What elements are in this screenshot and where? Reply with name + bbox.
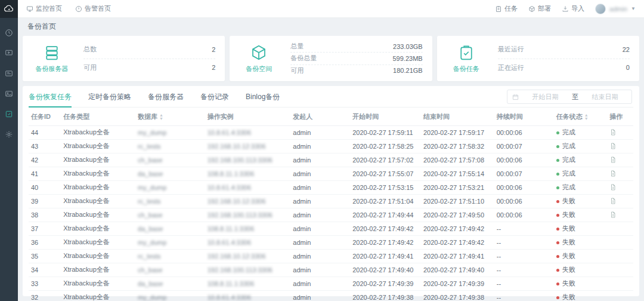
status-badge: 完成 bbox=[562, 142, 575, 149]
status-dot-icon bbox=[556, 159, 559, 162]
cell-status: 失败 bbox=[554, 208, 608, 222]
cell-end-time-text: 2020-02-27 17:59:17 bbox=[423, 129, 484, 136]
start-date-input[interactable]: 开始日期 bbox=[524, 93, 567, 102]
cell-duration-text: 00:00:06 bbox=[497, 129, 522, 136]
column-header: 操作 bbox=[607, 109, 633, 125]
cell-task-id: 42 bbox=[29, 153, 61, 167]
cell-instance: 10.8.61.4:3306 bbox=[205, 290, 291, 301]
stat-row: 最近运行22 bbox=[498, 41, 630, 59]
sort-icon[interactable]: ▲▼ bbox=[584, 113, 589, 121]
stat-label: 正在运行 bbox=[498, 63, 524, 72]
stat-row: 正在运行0 bbox=[498, 59, 630, 77]
cell-database: da_base bbox=[135, 277, 205, 290]
cell-instance-text: 10.8.61.4:3306 bbox=[208, 294, 251, 301]
sidebar-item-dashboard[interactable] bbox=[0, 23, 18, 43]
cell-operation bbox=[607, 222, 633, 235]
import-icon bbox=[562, 5, 569, 13]
sidebar-item-backup[interactable] bbox=[0, 104, 18, 124]
nav-deploy[interactable]: 部署 bbox=[528, 4, 551, 13]
card-rows: 总量233.03GB备份总量599.23MB可用180.21GB bbox=[282, 41, 422, 76]
tab-3[interactable]: 备份记录 bbox=[200, 86, 229, 108]
cell-end-time-text: 2020-02-27 17:49:42 bbox=[423, 239, 484, 246]
cell-instance: 108.8.11.1:3306 bbox=[205, 167, 291, 180]
cell-initiator-text: admin bbox=[293, 280, 311, 287]
cell-instance: 192.168.100.113:3306 bbox=[205, 153, 291, 167]
cell-instance-text: 10.8.61.4:3306 bbox=[208, 184, 251, 191]
cell-task-id-text: 35 bbox=[31, 253, 38, 260]
cell-start-time-text: 2020-02-27 17:57:02 bbox=[352, 156, 413, 164]
column-header: 开始时间 bbox=[350, 109, 421, 125]
cell-initiator-text: admin bbox=[293, 129, 311, 136]
sort-icon[interactable]: ▲▼ bbox=[159, 113, 163, 121]
nav-import[interactable]: 导入 bbox=[562, 4, 584, 13]
log-document-icon[interactable] bbox=[609, 211, 617, 219]
cell-task-id-text: 41 bbox=[31, 170, 38, 177]
sidebar-item-alarms[interactable] bbox=[0, 84, 18, 104]
nav-tasks-label: 任务 bbox=[504, 4, 518, 13]
nav-alert-home[interactable]: 告警首页 bbox=[75, 4, 111, 13]
sidebar-item-settings[interactable] bbox=[0, 124, 18, 145]
cell-start-time-text: 2020-02-27 17:49:40 bbox=[352, 266, 413, 274]
log-document-icon[interactable] bbox=[609, 170, 617, 178]
cell-start-time: 2020-02-27 17:51:04 bbox=[350, 194, 421, 208]
stat-label: 最近运行 bbox=[498, 45, 524, 54]
app-logo[interactable] bbox=[0, 0, 18, 18]
nav-alert-home-label: 告警首页 bbox=[85, 4, 111, 13]
cell-start-time-text: 2020-02-27 17:49:44 bbox=[352, 211, 413, 219]
tab-2[interactable]: 备份服务器 bbox=[148, 86, 184, 108]
tab-1[interactable]: 定时备份策略 bbox=[88, 86, 131, 108]
log-document-icon[interactable] bbox=[609, 183, 617, 192]
sidebar-item-monitor[interactable] bbox=[0, 43, 18, 63]
column-header-label: 数据库 bbox=[138, 113, 157, 120]
cell-instance-text: 108.8.11.1:3306 bbox=[208, 280, 255, 287]
card-title: 备份服务器 bbox=[36, 64, 69, 73]
date-range-picker[interactable]: 开始日期 至 结束日期 bbox=[507, 90, 632, 104]
top-bar: 监控首页 告警首页 任务 部署 导入 admin ▼ bbox=[18, 0, 644, 18]
log-document-icon[interactable] bbox=[609, 128, 617, 137]
tab-0[interactable]: 备份恢复任务 bbox=[29, 86, 72, 108]
cell-duration: 00:00:06 bbox=[494, 125, 554, 139]
end-date-input[interactable]: 结束日期 bbox=[583, 93, 627, 102]
cell-start-time: 2020-02-27 17:49:41 bbox=[350, 249, 421, 263]
cell-end-time: 2020-02-27 17:51:10 bbox=[421, 194, 494, 208]
sidebar-item-instances[interactable] bbox=[0, 63, 18, 84]
cell-end-time-text: 2020-02-27 17:49:39 bbox=[423, 280, 484, 287]
column-header-label: 任务类型 bbox=[63, 113, 89, 120]
cell-database-text: ch_base bbox=[138, 211, 163, 219]
status-dot-icon bbox=[556, 255, 559, 258]
status-dot-icon bbox=[556, 228, 559, 231]
cell-start-time: 2020-02-27 17:53:15 bbox=[350, 180, 421, 194]
stat-value: 180.21GB bbox=[393, 67, 423, 74]
stat-value: 0 bbox=[626, 64, 630, 71]
cell-end-time: 2020-02-27 17:49:40 bbox=[421, 263, 494, 277]
nav-monitor-home[interactable]: 监控首页 bbox=[26, 4, 62, 13]
tab-4[interactable]: Binlog备份 bbox=[246, 86, 280, 108]
user-menu[interactable]: admin ▼ bbox=[595, 4, 636, 14]
sidebar bbox=[0, 18, 18, 301]
cell-database: da_base bbox=[135, 167, 205, 180]
cell-task-id: 34 bbox=[29, 263, 61, 277]
cell-task-id: 32 bbox=[29, 290, 61, 301]
column-header: 发起人 bbox=[290, 109, 350, 125]
cell-duration: 00:00:06 bbox=[494, 208, 554, 222]
cell-end-time: 2020-02-27 17:57:08 bbox=[421, 153, 494, 167]
breadcrumb: 备份首页 bbox=[18, 18, 644, 35]
column-header-label: 发起人 bbox=[293, 113, 312, 120]
cell-instance: 192.168.10.12:3306 bbox=[205, 194, 291, 208]
cell-operation bbox=[607, 139, 633, 153]
tabs-row: 备份恢复任务定时备份策略备份服务器备份记录Binlog备份 开始日期 至 结束日… bbox=[29, 86, 633, 108]
log-document-icon[interactable] bbox=[609, 197, 617, 205]
cell-task-type-text: Xtrabackup全备 bbox=[63, 197, 110, 204]
cell-status: 失败 bbox=[554, 222, 608, 235]
cell-instance: 192.168.10.12:3306 bbox=[205, 139, 291, 153]
cell-end-time: 2020-02-27 17:49:50 bbox=[421, 208, 494, 222]
nav-tasks[interactable]: 任务 bbox=[495, 4, 518, 13]
column-header-label: 操作 bbox=[609, 113, 623, 120]
cell-status: 完成 bbox=[554, 167, 608, 180]
cell-initiator-text: admin bbox=[293, 225, 311, 232]
log-document-icon[interactable] bbox=[609, 142, 617, 150]
cell-task-id: 33 bbox=[29, 277, 61, 290]
cell-start-time: 2020-02-27 17:49:40 bbox=[350, 263, 421, 277]
log-document-icon[interactable] bbox=[609, 156, 617, 164]
cell-operation bbox=[607, 125, 633, 139]
